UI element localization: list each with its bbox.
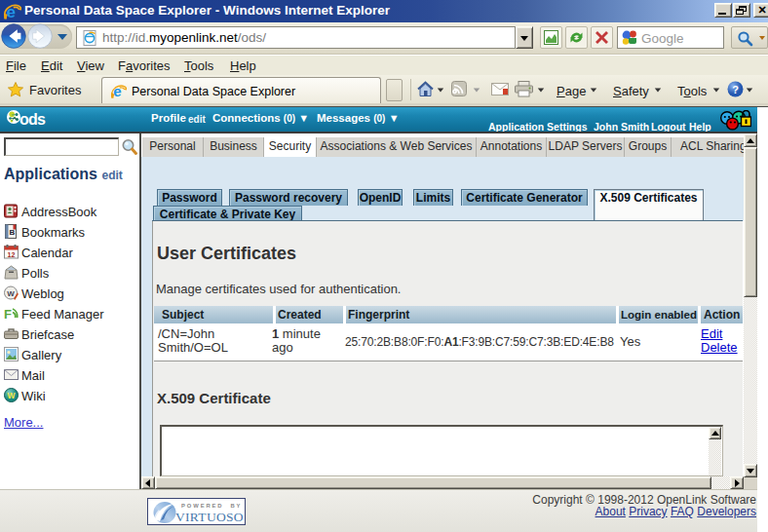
svg-text:W: W xyxy=(7,289,15,298)
svg-text:12: 12 xyxy=(8,251,16,258)
svg-text:?: ? xyxy=(732,84,739,95)
svg-text:F: F xyxy=(4,307,12,322)
svg-text:W: W xyxy=(7,391,16,400)
